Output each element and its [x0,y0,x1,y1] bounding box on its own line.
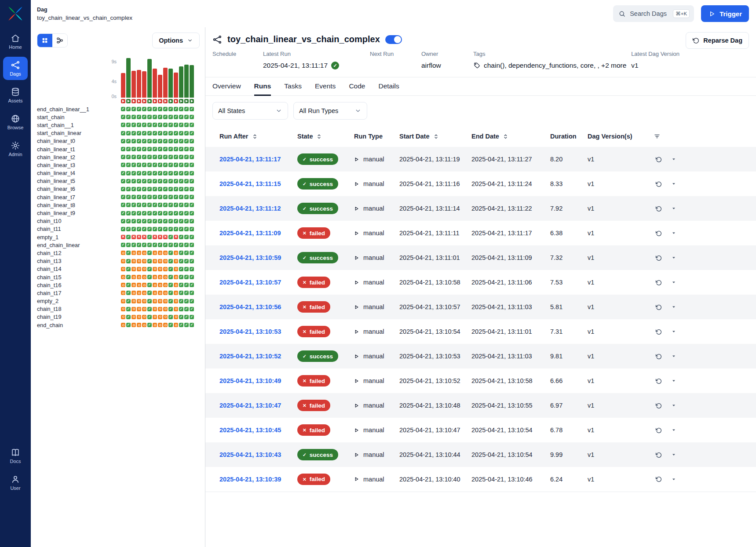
task-instance-upstream_failed[interactable] [153,275,157,279]
task-instance-upstream_failed[interactable] [174,323,178,327]
task-instance-success[interactable]: ✓ [190,147,194,151]
task-instance-success[interactable]: ✓ [158,203,162,207]
run-after-link[interactable]: 2025-04-21, 13:11:17 [219,156,281,163]
task-instance-upstream_failed[interactable] [158,283,162,287]
task-instance-success[interactable]: ✓ [137,107,141,111]
task-instance-success[interactable]: ✓ [126,283,131,287]
task-instance-upstream_failed[interactable] [131,299,136,303]
run-state-square[interactable] [158,99,162,103]
task-instance-upstream_failed[interactable] [153,251,157,255]
task-instance-success[interactable]: ✓ [126,227,131,231]
task-name[interactable]: empty_1 [37,234,121,241]
run-state-square[interactable] [142,99,146,103]
task-instance-success[interactable]: ✓ [168,307,173,311]
task-instance-upstream_failed[interactable] [163,307,168,311]
task-instance-success[interactable]: ✓ [126,115,131,119]
task-instance-success[interactable]: ✓ [121,115,125,119]
task-instance-success[interactable]: ✓ [163,219,168,223]
task-instance-success[interactable]: ✓ [190,163,194,167]
task-instance-success[interactable]: ✓ [184,147,189,151]
task-instance-success[interactable]: ✓ [147,179,152,183]
task-instance-success[interactable]: ✓ [142,243,146,247]
run-state-square[interactable] [126,99,131,103]
task-instance-upstream_failed[interactable] [153,299,157,303]
task-instance-success[interactable]: ✓ [147,107,152,111]
task-instance-upstream_failed[interactable] [131,275,136,279]
task-instance-success[interactable]: ✓ [184,195,189,199]
task-instance-success[interactable]: ✓ [184,299,189,303]
task-instance-success[interactable]: ✓ [137,115,141,119]
task-instance-success[interactable]: ✓ [153,203,157,207]
task-instance-upstream_failed[interactable] [131,267,136,271]
task-name[interactable]: empty_2 [37,298,121,304]
task-instance-success[interactable]: ✓ [121,163,125,167]
task-instance-success[interactable]: ✓ [174,179,178,183]
run-after-link[interactable]: 2025-04-21, 13:10:45 [219,427,281,434]
task-instance-success[interactable]: ✓ [179,275,183,279]
search-input[interactable]: Search Dags ⌘+K [613,5,694,22]
grid-view-button[interactable] [37,34,52,47]
task-instance-upstream_failed[interactable] [121,275,125,279]
task-instance-upstream_failed[interactable] [142,259,146,263]
task-instance-success[interactable]: ✓ [131,171,136,175]
run-state-square[interactable] [190,99,194,103]
caret-down-icon[interactable] [671,230,677,236]
task-instance-success[interactable]: ✓ [168,275,173,279]
task-instance-success[interactable]: ✓ [142,147,146,151]
task-instance-success[interactable]: ✓ [131,131,136,135]
task-instance-upstream_failed[interactable] [158,259,162,263]
task-instance-success[interactable]: ✓ [163,131,168,135]
task-instance-success[interactable]: ✓ [121,171,125,175]
task-instance-success[interactable]: ✓ [126,219,131,223]
task-instance-success[interactable]: ✓ [168,259,173,263]
task-instance-success[interactable]: ✓ [153,163,157,167]
task-instance-upstream_failed[interactable] [163,315,168,319]
task-instance-success[interactable]: ✓ [147,187,152,191]
task-instance-success[interactable]: ✓ [126,123,131,127]
task-instance-success[interactable]: ✓ [142,131,146,135]
task-instance-success[interactable]: ✓ [158,131,162,135]
task-instance-upstream_failed[interactable] [121,323,125,327]
task-name[interactable]: chain_t11 [37,226,121,232]
task-instance-success[interactable]: ✓ [147,235,152,239]
run-after-link[interactable]: 2025-04-21, 13:10:39 [219,476,281,483]
run-after-link[interactable]: 2025-04-21, 13:10:47 [219,402,281,409]
task-instance-success[interactable]: ✓ [126,307,131,311]
task-instance-upstream_failed[interactable] [158,315,162,319]
run-state-square[interactable] [147,99,152,103]
refresh-icon[interactable] [655,378,662,384]
refresh-icon[interactable] [655,427,662,434]
task-instance-success[interactable]: ✓ [179,227,183,231]
task-instance-success[interactable]: ✓ [184,163,189,167]
task-instance-success[interactable]: ✓ [126,163,131,167]
refresh-icon[interactable] [655,328,662,335]
task-instance-success[interactable]: ✓ [158,171,162,175]
task-instance-success[interactable]: ✓ [168,283,173,287]
task-instance-success[interactable]: ✓ [158,219,162,223]
task-instance-success[interactable]: ✓ [174,155,178,159]
task-name[interactable]: end_chain [37,322,121,328]
task-name[interactable]: chain_t16 [37,282,121,288]
task-instance-upstream_failed[interactable] [121,307,125,311]
sidebar-item-browse[interactable]: Browse [3,110,28,134]
task-instance-success[interactable]: ✓ [163,211,168,215]
run-type-filter-select[interactable]: All Run Types [293,102,367,120]
task-instance-success[interactable]: ✓ [147,195,152,199]
task-instance-success[interactable]: ✓ [121,107,125,111]
refresh-icon[interactable] [655,476,662,482]
task-instance-success[interactable]: ✓ [131,211,136,215]
task-instance-success[interactable]: ✓ [147,123,152,127]
task-instance-success[interactable]: ✓ [163,179,168,183]
caret-down-icon[interactable] [671,353,677,359]
task-instance-success[interactable]: ✓ [131,115,136,119]
task-instance-success[interactable]: ✓ [126,131,131,135]
task-instance-success[interactable]: ✓ [184,211,189,215]
task-instance-success[interactable]: ✓ [179,115,183,119]
task-instance-success[interactable]: ✓ [153,179,157,183]
task-instance-failed[interactable]: ✕ [158,235,162,239]
task-instance-success[interactable]: ✓ [179,155,183,159]
refresh-icon[interactable] [655,230,662,237]
task-name[interactable]: chain_t15 [37,274,121,281]
run-duration-bar[interactable] [190,65,194,98]
task-instance-success[interactable]: ✓ [168,219,173,223]
